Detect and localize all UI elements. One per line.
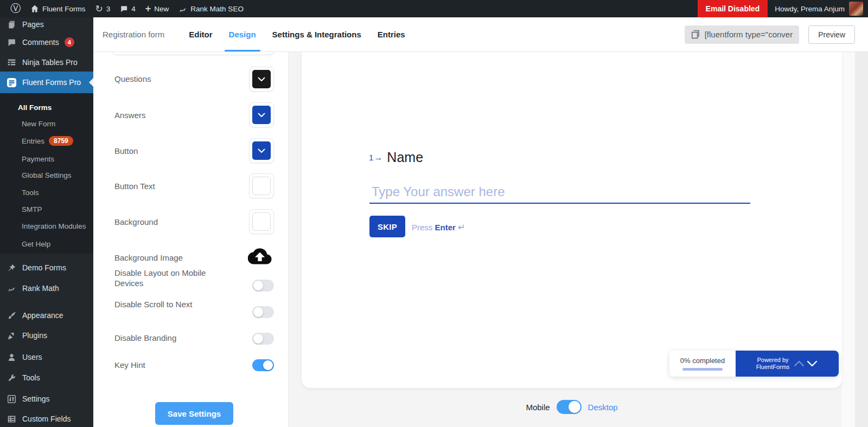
skip-button-label: SKIP <box>378 222 397 231</box>
sidebar-item-ninja-tables-pro[interactable]: Ninja Tables Pro <box>0 53 93 72</box>
background-image-upload-button[interactable] <box>248 246 272 264</box>
comments-link[interactable]: 4 <box>115 0 141 17</box>
background-color-picker[interactable] <box>249 209 274 234</box>
rank-math-label: Rank Math SEO <box>190 5 244 13</box>
question-arrow-icon: → <box>374 153 382 163</box>
enter-key-icon: ↵ <box>458 223 465 232</box>
toggle-knob <box>253 307 263 317</box>
button-text-label: Button Text <box>114 181 155 191</box>
howdy-label: Howdy, Prema Anjum <box>775 5 845 13</box>
button-text-color-picker[interactable] <box>249 173 274 198</box>
tab-label: Entries <box>378 30 405 39</box>
sidebar-subitem-entries[interactable]: Entries 8759 <box>0 133 93 148</box>
save-settings-button[interactable]: Save Settings <box>155 402 233 425</box>
tab-settings-integrations[interactable]: Settings & Integrations <box>264 17 369 51</box>
disable-branding-label: Disable Branding <box>114 333 176 343</box>
enter-label: Enter <box>435 223 456 232</box>
cloud-upload-icon <box>248 246 272 264</box>
page-scrollbar-track[interactable] <box>855 52 868 427</box>
sidebar-item-users[interactable]: Users <box>0 348 93 366</box>
sidebar-item-pages[interactable]: Pages <box>0 15 93 34</box>
progress-label: 0% completed <box>680 357 725 365</box>
sidebar-item-tools[interactable]: Tools <box>0 368 93 387</box>
device-preview-switch-row: Mobile Desktop <box>302 392 842 422</box>
press-enter-hint: Press Enter ↵ <box>412 222 465 232</box>
form-title: Registration form <box>103 30 164 39</box>
answer-input[interactable] <box>369 181 750 204</box>
sidebar-subitem-get-help[interactable]: Get Help <box>0 236 93 251</box>
subitem-label: SMTP <box>22 205 42 214</box>
sidebar-item-label: Rank Math <box>22 284 59 293</box>
sidebar-item-comments[interactable]: Comments 4 <box>0 33 93 51</box>
rank-math-icon <box>178 5 187 13</box>
rank-math-seo-menu[interactable]: Rank Math SEO <box>174 0 248 17</box>
key-hint-toggle[interactable] <box>252 359 274 371</box>
chevron-up-icon[interactable] <box>793 360 805 367</box>
button-color-picker[interactable] <box>249 138 274 163</box>
sidebar-item-demo-forms[interactable]: Demo Forms <box>0 258 93 277</box>
plug-icon <box>6 331 17 340</box>
new-content-menu[interactable]: + New <box>141 0 174 17</box>
preview-button[interactable]: Preview <box>808 25 855 44</box>
form-preview-card: 1 → Name SKIP Press Enter ↵ 0% completed… <box>302 52 842 388</box>
disable-scroll-next-toggle[interactable] <box>252 306 274 318</box>
device-preview-toggle[interactable] <box>557 400 582 414</box>
tab-entries[interactable]: Entries <box>369 17 413 51</box>
email-disabled-badge[interactable]: Email Disabled <box>698 0 768 17</box>
toggle-knob <box>253 334 263 344</box>
sidebar-subitem-tools[interactable]: Tools <box>0 185 93 200</box>
form-editor-header: Registration form Editor Design Settings… <box>93 17 868 52</box>
powered-by-badge[interactable]: Powered by FluentForms <box>736 351 839 377</box>
tab-label: Settings & Integrations <box>272 30 361 39</box>
sidebar-subitem-global-settings[interactable]: Global Settings <box>0 167 93 183</box>
site-name-link[interactable]: Fluent Forms <box>25 0 91 17</box>
sidebar-subitem-integration-modules[interactable]: Integration Modules <box>0 218 93 234</box>
questions-color-picker[interactable] <box>249 67 274 92</box>
sidebar-item-rank-math[interactable]: Rank Math <box>0 279 93 297</box>
tab-design[interactable]: Design <box>221 17 264 51</box>
sidebar-item-settings[interactable]: Settings <box>0 390 93 408</box>
sidebar-subitem-new-form[interactable]: New Form <box>0 116 93 131</box>
sidebar-item-label: Comments <box>22 38 59 47</box>
skip-button[interactable]: SKIP <box>369 216 405 237</box>
subitem-label: Entries <box>22 137 44 145</box>
plus-icon: + <box>145 4 151 14</box>
question-title: Name <box>387 150 423 165</box>
wrench-icon <box>6 373 17 383</box>
shortcode-copy-chip[interactable]: [fluentform type="conver <box>685 25 800 44</box>
answers-color-picker[interactable] <box>249 102 274 127</box>
chevron-down-icon <box>258 148 265 153</box>
sidebar-subitem-payments[interactable]: Payments <box>0 151 93 166</box>
sidebar-item-label: Plugins <box>22 331 47 340</box>
color-swatch <box>252 106 271 124</box>
disable-layout-mobile-toggle[interactable] <box>252 280 274 292</box>
sliders-icon <box>6 394 17 404</box>
color-swatch <box>252 70 271 88</box>
my-account-menu[interactable]: Howdy, Prema Anjum <box>768 2 868 16</box>
sidebar-item-custom-fields[interactable]: Custom Fields <box>0 410 93 427</box>
rank-math-icon <box>6 284 17 293</box>
avatar <box>849 2 863 16</box>
sidebar-item-fluent-forms-pro[interactable]: Fluent Forms Pro <box>0 72 93 93</box>
design-settings-panel: Questions Answers Button Button Text Bac… <box>93 52 289 427</box>
table-icon <box>6 58 17 67</box>
sidebar-subitem-smtp[interactable]: SMTP <box>0 202 93 217</box>
subitem-label: Tools <box>22 189 39 197</box>
updates-link[interactable]: ↻ 3 <box>91 0 116 17</box>
disable-scroll-next-label: Disable Scroll to Next <box>114 299 192 309</box>
sidebar-item-label: Appearance <box>22 311 63 320</box>
disable-branding-toggle[interactable] <box>252 333 274 345</box>
tab-editor[interactable]: Editor <box>181 17 220 51</box>
sidebar-item-appearance[interactable]: Appearance <box>0 306 93 325</box>
paintbrush-icon <box>6 311 17 320</box>
sidebar-item-plugins[interactable]: Plugins <box>0 326 93 345</box>
new-label: New <box>154 5 169 13</box>
questions-label: Questions <box>114 74 151 84</box>
comments-count: 4 <box>131 5 136 13</box>
subitem-label: New Form <box>22 120 55 128</box>
user-icon <box>6 353 17 362</box>
desktop-label: Desktop <box>588 403 618 412</box>
chevron-down-icon[interactable] <box>806 360 818 367</box>
sidebar-subitem-all-forms[interactable]: All Forms <box>0 100 93 115</box>
wp-logo-menu[interactable]: Ⓥ <box>5 0 25 17</box>
